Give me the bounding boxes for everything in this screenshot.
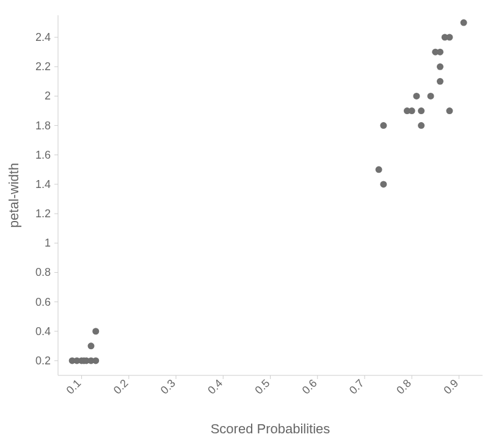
data-point [409,107,415,114]
data-point [92,357,99,364]
data-point [376,166,382,173]
x-tick-label: 0.7 [347,377,367,397]
y-tick-label: 0.8 [35,266,51,278]
chart-container: 0.20.40.60.811.21.41.61.822.22.40.10.20.… [0,0,496,448]
y-tick-label: 1.8 [35,120,51,132]
data-point [461,20,467,26]
x-tick-label: 0.4 [205,377,225,397]
x-tick-label: 0.6 [300,377,319,397]
data-point [88,342,95,349]
data-point [446,34,453,41]
y-tick-label: 1.4 [35,178,51,190]
x-tick-label: 0.2 [111,377,131,397]
y-axis-label: petal-width [6,163,21,228]
y-tick-label: 0.4 [35,325,51,338]
data-point [437,49,443,56]
x-axis-label: Scored Probabilities [211,421,330,436]
data-point [92,328,99,334]
y-tick-label: 2.2 [35,60,51,73]
data-point [418,107,425,114]
data-point [380,181,387,187]
data-point [418,122,425,129]
x-tick-label: 0.5 [252,377,272,397]
y-tick-label: 1.6 [35,149,51,161]
y-tick-label: 2 [45,90,51,102]
y-tick-label: 0.2 [35,355,51,367]
data-point [446,107,453,114]
x-tick-label: 0.1 [64,377,84,397]
y-tick-label: 0.6 [35,296,51,308]
x-tick-label: 0.3 [158,377,178,397]
data-point [380,122,387,129]
y-tick-label: 1.2 [35,208,51,220]
scatter-chart: 0.20.40.60.811.21.41.61.822.22.40.10.20.… [0,0,496,448]
data-point [428,93,434,99]
data-point [413,93,420,99]
x-tick-label: 0.9 [441,377,461,397]
data-point [437,78,443,85]
y-tick-label: 2.4 [35,31,51,43]
y-tick-label: 1 [45,237,51,249]
x-tick-label: 0.8 [394,377,414,397]
data-point [437,63,443,70]
